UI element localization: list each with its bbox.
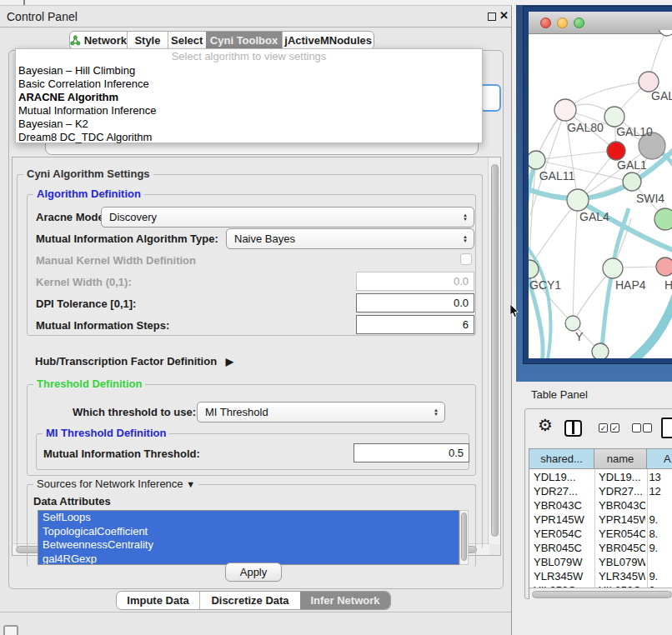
tab-cyni-toolbox[interactable]: Cyni Toolbox — [206, 32, 283, 49]
panel-title: Control Panel — [7, 10, 78, 23]
cyni-algorithm-settings-group: Cyni Algorithm Settings Algorithm Defini… — [17, 174, 483, 548]
combo-stepper-icon: ▲▼ — [463, 213, 468, 222]
deselect-all-icon-2[interactable] — [643, 423, 652, 432]
panel-bottom-divider — [0, 612, 511, 612]
control-panel: Control Panel ✕ Network Style Select Cyn… — [0, 5, 512, 635]
document-icon[interactable] — [661, 418, 672, 438]
network-node[interactable] — [654, 208, 672, 230]
mi-steps-field[interactable]: 6 — [356, 315, 474, 334]
float-icon[interactable] — [488, 12, 496, 21]
group-title: Sources for Network Inference ▼ — [33, 478, 198, 490]
zoom-window-button[interactable] — [574, 18, 584, 28]
gear-icon[interactable]: ⚙ — [538, 417, 553, 433]
manual-kernel-checkbox[interactable] — [460, 253, 472, 265]
bottom-tabbar: Impute Data Discretize Data Infer Networ… — [116, 591, 391, 610]
table-row[interactable]: YDL19...YDL19...13 — [529, 470, 672, 484]
network-node[interactable] — [529, 151, 545, 169]
apply-label: Apply — [240, 566, 268, 578]
network-node[interactable] — [565, 316, 580, 331]
network-node[interactable] — [603, 258, 623, 278]
aracne-mode-combo[interactable]: Discovery ▲▼ — [101, 207, 474, 228]
table-row[interactable]: YBR045CYBR045C9. — [529, 541, 672, 555]
which-threshold-combo[interactable]: MI Threshold ▲▼ — [197, 402, 445, 422]
algorithm-option[interactable]: Basic Correlation Inference — [16, 78, 482, 91]
network-node[interactable] — [554, 99, 576, 121]
tab-select[interactable]: Select — [168, 32, 206, 49]
table-panel-title: Table Panel — [531, 388, 588, 401]
node-label: GAL — [651, 89, 672, 102]
kernel-width-label: Kernel Width (0,1): — [36, 276, 132, 288]
algorithm-option-selected[interactable]: ARACNE Algorithm — [16, 91, 482, 104]
scrollbar-thumb[interactable] — [461, 512, 467, 561]
algorithm-option[interactable]: Dream8 DC_TDC Algorithm — [16, 131, 482, 144]
list-item[interactable]: TopologicalCoefficient — [38, 525, 459, 539]
which-threshold-label: Which threshold to use: — [73, 406, 196, 418]
tab-jactivemnodules[interactable]: jActiveMNodules — [282, 32, 374, 49]
minimize-window-button[interactable] — [557, 18, 568, 28]
algorithm-option[interactable]: Bayesian – Hill Climbing — [16, 64, 482, 78]
table-horizontal-scrollbar[interactable] — [529, 588, 672, 599]
collapse-arrow-icon[interactable]: ▼ — [186, 479, 195, 489]
mi-steps-label: Mutual Information Steps: — [36, 319, 169, 332]
tab-network[interactable]: Network — [70, 32, 127, 49]
network-node[interactable] — [592, 343, 609, 358]
list-vertical-scrollbar[interactable] — [459, 510, 469, 565]
data-attributes-label: Data Attributes — [33, 495, 111, 508]
mi-threshold-label: Mutual Information Threshold: — [43, 448, 200, 460]
table-panel: Table Panel ⚙ ✓ ✓ shared... nam — [512, 382, 672, 635]
kernel-width-field[interactable]: 0.0 — [356, 272, 474, 291]
node-table: shared... name A YDL19...YDL19...13 YDR2… — [529, 448, 672, 599]
data-attributes-list[interactable]: SelfLoops TopologicalCoefficient Between… — [38, 510, 459, 565]
node-label: GAL1 — [617, 158, 647, 172]
mi-type-label: Mutual Information Algorithm Type: — [36, 232, 218, 245]
hub-definition-toggle[interactable]: Hub/Transcription Factor Definition ▶ — [35, 355, 233, 368]
scrollbar-thumb[interactable] — [491, 164, 499, 537]
network-node[interactable] — [659, 30, 672, 36]
column-header-a[interactable]: A — [647, 449, 672, 469]
group-title: Threshold Definition — [33, 378, 145, 390]
table-row[interactable]: YPR145WYPR145W9. — [529, 512, 672, 527]
table-toolbar: ⚙ ✓ ✓ — [525, 409, 672, 448]
close-icon[interactable]: ✕ — [499, 9, 509, 22]
list-item[interactable]: SelfLoops — [38, 511, 459, 525]
network-canvas[interactable]: GAL80 GAL10 GAL11 GAL1 SWI4 GAL4 GCY1 HA… — [529, 30, 672, 358]
network-node[interactable] — [604, 107, 624, 127]
node-label: GAL11 — [539, 169, 575, 182]
mi-threshold-field[interactable]: 0.5 — [354, 443, 469, 462]
tab-label: Infer Network — [310, 594, 379, 607]
tab-infer-network[interactable]: Infer Network — [300, 592, 390, 609]
network-node[interactable] — [607, 142, 625, 160]
select-all-icon-2[interactable]: ✓ — [610, 423, 619, 432]
table-row[interactable]: YLR345WYLR345W9. — [529, 569, 672, 583]
select-all-icon[interactable]: ✓ — [599, 423, 608, 432]
table-row[interactable]: YBL079WYBL079W — [529, 555, 672, 569]
scrollbar-thumb[interactable] — [532, 591, 672, 598]
algorithm-option[interactable]: Mutual Information Inference — [16, 104, 482, 118]
algorithm-option[interactable]: Bayesian – K2 — [16, 118, 482, 131]
table-row[interactable]: YDR27...YDR27...12 — [529, 484, 672, 498]
columns-icon[interactable] — [564, 420, 582, 437]
deselect-all-icon[interactable] — [632, 423, 641, 432]
settings-vertical-scrollbar[interactable] — [488, 158, 500, 544]
table-row[interactable]: YER054CYER054C8. — [529, 527, 672, 541]
tab-style[interactable]: Style — [127, 32, 168, 49]
column-header-shared[interactable]: shared... — [529, 449, 594, 469]
apply-button[interactable]: Apply — [225, 562, 282, 582]
mi-type-combo[interactable]: Naive Bayes ▲▼ — [226, 228, 474, 249]
manual-kernel-label: Manual Kernel Width Definition — [36, 254, 196, 267]
network-node[interactable] — [567, 189, 589, 211]
table-row[interactable]: YBR043CYBR043C — [529, 498, 672, 512]
tab-impute-data[interactable]: Impute Data — [117, 592, 199, 609]
network-node[interactable] — [623, 172, 641, 191]
dpi-tolerance-field[interactable]: 0.0 — [356, 293, 474, 312]
network-node[interactable] — [656, 258, 672, 276]
network-tab-icon — [70, 35, 81, 46]
column-header-name[interactable]: name — [594, 449, 647, 469]
close-window-button[interactable] — [540, 18, 551, 28]
expand-arrow-icon[interactable]: ▶ — [226, 356, 233, 368]
minimized-panel-icon[interactable] — [3, 625, 18, 635]
sources-group: Sources for Network Inference ▼ Data Att… — [27, 484, 476, 567]
tab-discretize-data[interactable]: Discretize Data — [199, 592, 300, 609]
tab-label: Discretize Data — [211, 594, 288, 607]
list-item[interactable]: BetweennessCentrality — [38, 538, 459, 552]
